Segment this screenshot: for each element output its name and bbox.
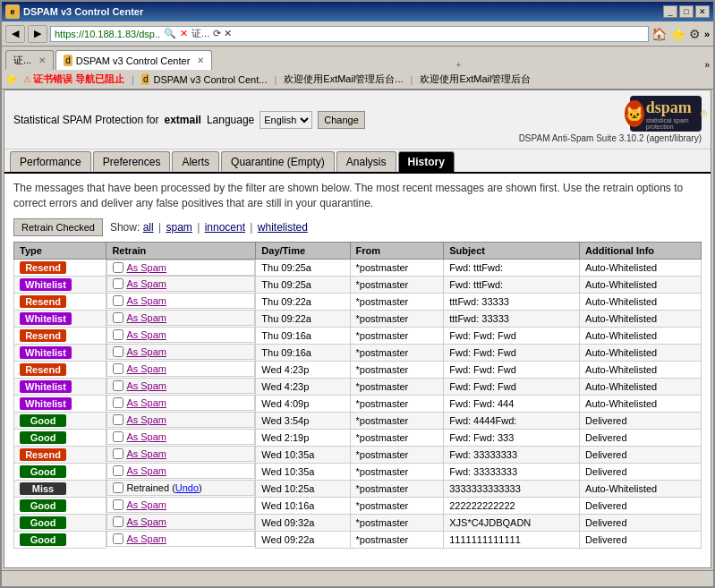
cell-type: Resend	[14, 259, 106, 276]
as-spam-link[interactable]: As Spam	[126, 516, 166, 527]
language-select[interactable]: English	[260, 111, 312, 129]
tab-performance[interactable]: Performance	[10, 151, 91, 172]
minimize-button[interactable]: _	[663, 5, 677, 18]
cell-retrain: As Spam	[106, 429, 255, 445]
header-text: Statistical SPAM Protection for	[13, 114, 159, 126]
retrain-checkbox[interactable]	[113, 295, 123, 306]
as-spam-link[interactable]: As Spam	[126, 312, 166, 323]
tab-close-icon[interactable]: ✕	[38, 55, 46, 65]
show-text: Show:	[110, 221, 140, 234]
new-tab-button[interactable]: +	[450, 60, 466, 70]
as-spam-link[interactable]: As Spam	[126, 533, 166, 544]
cell-retrain: As Spam	[106, 327, 255, 343]
app-header: Statistical SPAM Protection for extmail …	[4, 90, 711, 149]
type-badge: Good	[20, 533, 66, 546]
show-all-link[interactable]: all	[143, 221, 154, 234]
cell-info: Delivered	[580, 514, 702, 531]
tab-alerts[interactable]: Alerts	[172, 151, 219, 172]
retrain-checkbox[interactable]	[113, 465, 123, 476]
retrain-checkbox[interactable]	[113, 482, 123, 493]
cell-type: Whitelist	[14, 395, 106, 412]
change-button[interactable]: Change	[318, 111, 365, 129]
table-row: GoodAs SpamWed 3:54p*postmasterFwd: 4444…	[14, 412, 702, 429]
type-badge: Resend	[20, 448, 66, 461]
retrain-checkbox[interactable]	[113, 363, 123, 374]
retrain-checkbox[interactable]	[113, 414, 123, 425]
type-badge: Good	[20, 414, 66, 427]
cell-type: Whitelist	[14, 276, 106, 293]
back-button[interactable]: ◀	[5, 25, 25, 43]
fav-cert-error[interactable]: ⚠ 证书错误 导航已阻止	[23, 72, 124, 86]
logo-icon: 🐱	[625, 100, 644, 127]
settings-icon[interactable]: ⚙	[689, 27, 701, 41]
maximize-button[interactable]: □	[679, 5, 694, 18]
window-frame: e DSPAM v3 Control Center _ □ ✕ ◀ ▶ http…	[0, 0, 715, 588]
retrain-checkbox[interactable]	[113, 397, 123, 408]
as-spam-link[interactable]: As Spam	[126, 295, 166, 306]
cell-info: Auto-Whitelisted	[580, 310, 702, 327]
as-spam-link[interactable]: As Spam	[126, 397, 166, 408]
retrain-checkbox[interactable]	[113, 499, 123, 510]
table-row: MissRetrained (Undo)Wed 10:25a*postmaste…	[14, 480, 702, 497]
retrain-checkbox[interactable]	[113, 448, 123, 459]
forward-button[interactable]: ▶	[28, 25, 47, 43]
show-whitelisted-link[interactable]: whitelisted	[258, 221, 308, 234]
tab-performance-label: Performance	[20, 156, 81, 168]
expand-icon[interactable]: »	[704, 29, 710, 39]
as-spam-link[interactable]: As Spam	[126, 380, 166, 391]
as-spam-link[interactable]: As Spam	[126, 465, 166, 476]
fav-extmail-1[interactable]: 欢迎使用ExtMail管理后台...	[284, 72, 403, 86]
tab-quarantine[interactable]: Quarantine (Empty)	[221, 151, 335, 172]
retrain-checkbox[interactable]	[113, 533, 123, 544]
close-button[interactable]: ✕	[695, 5, 710, 18]
retrain-checkbox[interactable]	[113, 329, 123, 340]
retrain-checkbox[interactable]	[113, 346, 123, 357]
tab-scroll-right[interactable]: »	[704, 60, 710, 70]
as-spam-link[interactable]: As Spam	[126, 346, 166, 357]
fav-dspam[interactable]: d DSPAM v3 Control Cent...	[141, 73, 268, 85]
retrain-checkbox[interactable]	[113, 262, 123, 273]
show-spam-link[interactable]: spam	[166, 221, 192, 234]
home-icon[interactable]: 🏠	[651, 27, 667, 41]
cell-datetime: Wed 2:19p	[256, 429, 350, 446]
tab-alerts-label: Alerts	[182, 156, 209, 168]
cell-info: Delivered	[580, 463, 702, 480]
as-spam-link[interactable]: As Spam	[126, 278, 166, 289]
retrain-checked-button[interactable]: Retrain Checked	[13, 218, 103, 236]
tab-history[interactable]: History	[398, 151, 455, 172]
as-spam-link[interactable]: As Spam	[126, 329, 166, 340]
cell-from: *postmaster	[350, 395, 444, 412]
address-bar[interactable]: https://10.188.1.83/dsp.. 🔍 ✕ 证... ⟳ ✕	[50, 26, 649, 42]
url-extra: 证...	[192, 27, 209, 40]
retrain-checkbox[interactable]	[113, 516, 123, 527]
favorites-icon[interactable]: ⭐	[670, 27, 685, 41]
tab-preferences[interactable]: Preferences	[93, 151, 171, 172]
as-spam-link[interactable]: As Spam	[126, 262, 166, 273]
tab-dspam-close-icon[interactable]: ✕	[197, 55, 204, 65]
cell-retrain: As Spam	[106, 378, 255, 394]
window-controls: _ □ ✕	[663, 5, 710, 18]
retrain-checkbox[interactable]	[113, 431, 123, 442]
as-spam-link[interactable]: As Spam	[126, 414, 166, 425]
retrain-checkbox[interactable]	[113, 380, 123, 391]
tab-dspam[interactable]: d DSPAM v3 Control Center ✕	[55, 50, 212, 70]
status-bar	[2, 570, 713, 586]
retrain-checkbox[interactable]	[113, 278, 123, 289]
tab-cert[interactable]: 证... ✕	[5, 50, 54, 70]
fav-sep-3: |	[411, 74, 413, 85]
content-area: Statistical SPAM Protection for extmail …	[4, 89, 711, 568]
tab-analysis[interactable]: Analysis	[336, 151, 396, 172]
as-spam-link[interactable]: As Spam	[126, 363, 166, 374]
as-spam-link[interactable]: As Spam	[126, 431, 166, 442]
fav-extmail-2[interactable]: 欢迎使用ExtMail管理后台	[420, 72, 531, 86]
type-badge: Whitelist	[20, 380, 72, 393]
version-text: DSPAM Anti-Spam Suite 3.10.2 (agent/libr…	[519, 133, 702, 143]
table-row: ResendAs SpamThu 09:22a*postmastertttFwd…	[14, 293, 702, 310]
type-badge: Whitelist	[20, 397, 72, 410]
cell-type: Good	[14, 463, 106, 480]
retrain-checkbox[interactable]	[113, 312, 123, 323]
as-spam-link[interactable]: As Spam	[126, 499, 166, 510]
as-spam-link[interactable]: As Spam	[126, 448, 166, 459]
show-innocent-link[interactable]: innocent	[205, 221, 245, 234]
undo-link[interactable]: Undo	[175, 482, 199, 493]
